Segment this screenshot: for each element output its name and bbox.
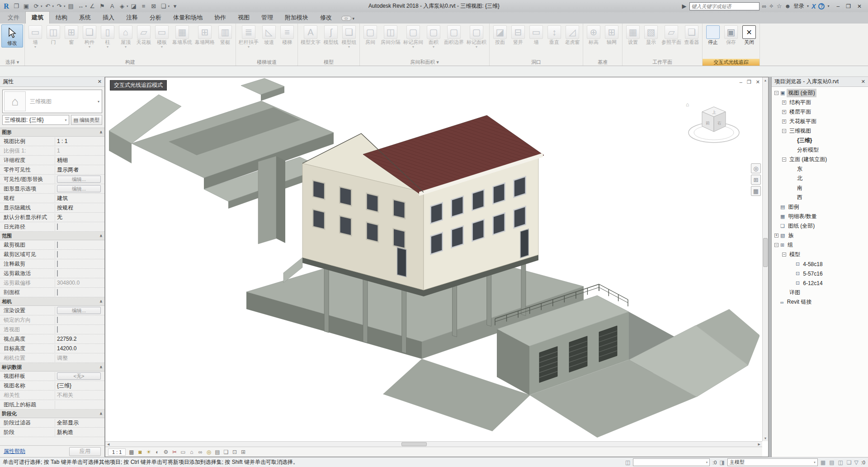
section-icon[interactable]: ◪ [129,2,138,11]
ribbon-button-门[interactable]: ◫门 [44,24,62,46]
property-checkbox[interactable] [57,224,58,230]
communication-center-icon[interactable]: ✧ [769,3,774,10]
undo-icon[interactable]: ↶ [43,2,52,11]
模型组-dropdown-icon[interactable]: ▼ [348,45,351,48]
tree-item-东[interactable]: 东 [772,164,868,174]
unlocked-view-icon[interactable]: ⌂ [188,448,195,456]
undo-icon-dropdown[interactable]: ▾ [52,5,54,8]
sync-icon[interactable]: ⟳ [32,2,41,11]
ribbon-button-墙[interactable]: ▭墙▼ [26,24,44,49]
panel-label-构建[interactable]: 构建 [25,59,236,66]
print-icon[interactable]: ▤ [66,2,75,11]
signin-button[interactable]: 登录 [793,2,804,10]
tree-item-模型[interactable]: −模型 [772,250,868,259]
view-restore-icon[interactable]: ❐ [747,79,751,85]
tree-item-{三维}[interactable]: {三维} [772,136,868,145]
property-checkbox[interactable] [57,251,58,257]
element-selector[interactable]: 三维视图: {三维}▾ [2,115,69,125]
ribbon-button-面积边界[interactable]: ▢面积边界 [443,24,465,46]
worksets-icon[interactable]: ◫ [625,459,630,466]
property-edit-button[interactable]: 编辑... [57,185,101,192]
workset-selector[interactable]: ▾ [633,458,710,466]
open-icon[interactable]: ❐ [12,2,21,11]
property-checkbox[interactable] [57,289,58,295]
tab-结构[interactable]: 结构 [50,12,73,24]
panel-label-基准[interactable]: 基准 [583,59,622,66]
sun-path-icon[interactable]: ☀ [145,448,152,456]
tree-item-西[interactable]: 西 [772,193,868,202]
tree-item-三维视图[interactable]: −三维视图 [772,126,868,136]
构件-dropdown-icon[interactable]: ▼ [88,45,91,48]
tree-item-族[interactable]: +▧族 [772,231,868,240]
ribbon-button-房间[interactable]: ▢房间 [361,24,379,46]
scroll-down-icon[interactable]: ▼ [764,435,767,441]
section-header-范围[interactable]: 范围∧ [0,232,104,240]
楼板-dropdown-icon[interactable]: ▼ [160,45,164,48]
标记面积-dropdown-icon[interactable]: ▼ [475,45,478,48]
tree-item-4-58c18[interactable]: ⊡4-58c18 [772,259,868,269]
view-scale-button[interactable]: 1 : 1 [108,448,126,456]
ribbon-button-构件[interactable]: ❏构件▼ [80,24,99,49]
render-dialog-icon[interactable]: ⚙ [162,448,170,456]
collapse-icon[interactable]: ∧ [99,365,103,369]
ribbon-button-房间分隔[interactable]: ◫房间分隔 [379,24,402,46]
ribbon-button-显示[interactable]: ▧显示 [642,24,660,46]
close-hidden-windows-icon[interactable]: ⊠ [149,2,158,11]
ribbon-button-竖梃[interactable]: ▥竖梃 [216,24,234,46]
save-icon[interactable]: ▣ [22,2,31,11]
tree-item-北[interactable]: 北 [772,174,868,183]
filter-icon[interactable]: ▽ [854,459,859,466]
default-3d-view-icon[interactable]: ◈ [118,2,127,11]
ribbon-button-楼板[interactable]: ▭楼板▼ [153,24,171,49]
favorites-star-icon[interactable]: ☆ [777,3,782,10]
tree-item-5-57c16[interactable]: ⊡5-57c16 [772,269,868,278]
collapse-icon[interactable]: ∧ [99,299,103,304]
tree-item-详图[interactable]: 详图 [772,288,868,297]
标记房间-dropdown-icon[interactable]: ▼ [412,45,415,48]
signin-dropdown-icon[interactable]: ▾ [807,4,809,8]
tree-item-图纸 (全部)[interactable]: ❏图纸 (全部) [772,221,868,231]
redo-icon-dropdown[interactable]: ▾ [64,5,66,8]
expander-icon[interactable]: + [782,119,786,124]
ribbon-button-修改[interactable]: 修改 [1,24,23,48]
horizontal-scrollbar[interactable]: ◀ ▶ [105,441,762,447]
面积-dropdown-icon[interactable]: ▼ [432,45,435,48]
ribbon-button-保存[interactable]: ▣保存 [722,24,740,46]
tab-管理[interactable]: 管理 [255,12,279,24]
ribbon-button-参照平面[interactable]: ▱参照平面 [660,24,683,46]
ribbon-button-关闭[interactable]: ✕关闭 [740,24,758,46]
reveal-hidden-icon[interactable]: ◎ [205,448,212,456]
vertical-scrollbar[interactable]: ▲ ▼ [762,77,768,441]
tab-修改[interactable]: 修改 [314,12,338,24]
collapse-icon[interactable]: ∧ [99,234,103,238]
property-checkbox[interactable] [57,261,58,267]
drawing-area[interactable]: 交互式光线追踪模式 ‒ ❐ ✕ [105,77,769,457]
tag-icon[interactable]: ⚑ [98,2,107,11]
expander-icon[interactable]: + [782,110,786,114]
project-browser-close-icon[interactable]: ✕ [861,79,865,85]
ribbon-button-模型文字[interactable]: A模型文字 [299,24,322,46]
expander-icon[interactable]: − [782,157,786,162]
tree-item-结构平面[interactable]: +结构平面 [772,98,868,107]
expander-icon[interactable]: − [782,253,786,257]
tab-注释[interactable]: 注释 [120,12,144,24]
tree-item-6-12c14[interactable]: ⊡6-12c14 [772,278,868,288]
scroll-right-icon[interactable]: ▶ [756,443,762,446]
status-tool-icon-3[interactable]: ❏ [847,459,852,466]
design-options-icon[interactable]: ◨ [719,459,724,466]
tab-文件[interactable]: 文件 [2,12,25,24]
expander-icon[interactable]: + [782,100,786,105]
ribbon-button-查看器[interactable]: ❏查看器 [683,24,701,46]
shadows-icon[interactable]: ◐ [153,448,161,456]
panel-label-模型[interactable]: 模型 [298,59,359,66]
panel-label-房间和面积[interactable]: 房间和面积 ▾ [360,59,489,66]
ribbon-button-垂直[interactable]: ↕垂直 [545,24,563,46]
crop-view-icon[interactable]: ✂ [170,448,178,456]
panel-label-选择[interactable]: 选择 ▾ [0,59,24,66]
expander-icon[interactable]: − [774,91,778,95]
panel-label-楼梯坡道[interactable]: 楼梯坡道 [236,59,297,66]
restore-button[interactable]: ❐ [846,3,851,10]
collapse-icon[interactable]: ∧ [99,130,103,134]
isolate-icon[interactable]: ∞ [196,448,204,456]
help-icon[interactable]: ? [818,3,825,10]
